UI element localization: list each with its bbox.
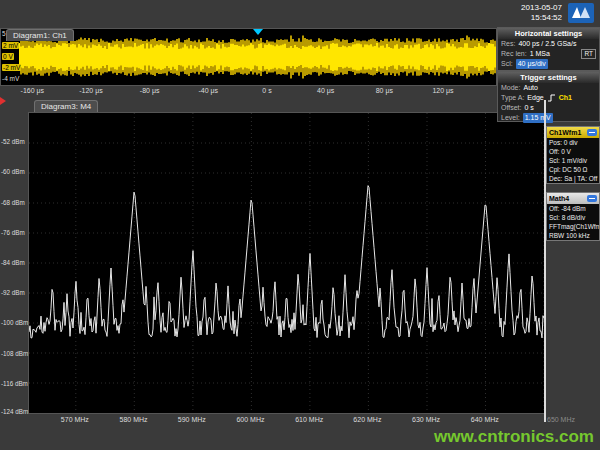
diagram3-ytick: -76 dBm [1, 229, 25, 236]
diagram3-xtick: 640 MHz [471, 416, 499, 423]
tab-diagram1[interactable]: Diagram1: Ch1 [6, 29, 74, 41]
ch1wfm1-row: Pos: 0 div [547, 138, 599, 147]
diagram3-ytick: -84 dBm [1, 259, 25, 266]
trigger-source-value: Ch1 [559, 93, 572, 103]
diagram3-xtick: 580 MHz [120, 416, 148, 423]
diagram1-xtick: -40 μs [199, 87, 219, 94]
diagram1-xtick: 120 μs [432, 87, 453, 94]
diagram1-xtick: -120 μs [79, 87, 103, 94]
diagram3-ytick: -124 dBm [1, 408, 28, 415]
tab-diagram3[interactable]: Diagram3: M4 [34, 100, 98, 112]
system-datetime: 2013-05-07 15:54:52 [486, 3, 562, 23]
diagram1-x-axis: -160 μs -120 μs -80 μs -40 μs 0 s 40 μs … [18, 87, 495, 97]
trigger-mode-value: Auto [523, 83, 537, 93]
watermark-text: www.cntronics.com [434, 427, 594, 447]
trigger-level-label: Level: [501, 113, 520, 123]
ch1wfm1-badge-header[interactable]: Ch1Wfm1 [547, 127, 599, 138]
trigger-type-value: Edge [527, 93, 543, 103]
reclen-value: 1 MSa [530, 49, 550, 59]
diagram3-xtick: 600 MHz [236, 416, 264, 423]
oscilloscope-screen: 5 mV 2 mV 0 V -2 mV -4 mV Diagram1: Ch1 … [0, 0, 600, 450]
ch1wfm1-row: Scl: 1 mV/div [547, 156, 599, 165]
system-time: 15:54:52 [486, 13, 562, 23]
diagram3-xtick: 620 MHz [353, 416, 381, 423]
diagram3-ytick: -60 dBm [1, 168, 25, 175]
minimize-icon[interactable] [587, 195, 597, 202]
ch1wfm1-row: Cpl: DC 50 Ω [547, 165, 599, 174]
diagram3-ytick: -68 dBm [1, 199, 25, 206]
math4-row: RBW 100 kHz [547, 231, 599, 240]
spectrum-trace-svg [29, 113, 544, 413]
diagram3-y-axis: -52 dBm -60 dBm -68 dBm -76 dBm -84 dBm … [1, 112, 27, 414]
res-label: Res: [501, 39, 515, 49]
edge-trigger-icon [547, 94, 556, 102]
rohde-schwarz-logo-icon [568, 3, 594, 23]
diagram1-ylabel-channel: 2 mV [2, 42, 19, 49]
trigger-offset-value: 0 s [525, 103, 534, 113]
math4-signal-badge[interactable]: Math4 Off: -84 dBm Scl: 8 dB/div FFTmag(… [546, 192, 600, 241]
diagram1-plot-area[interactable]: 5 mV 2 mV 0 V -2 mV -4 mV [0, 28, 497, 86]
math4-badge-header[interactable]: Math4 [547, 193, 599, 204]
system-date: 2013-05-07 [486, 3, 562, 13]
minimize-icon[interactable] [587, 129, 597, 136]
hscale-value[interactable]: 40 μs/div [516, 59, 548, 69]
diagram3-ytick: -108 dBm [1, 350, 28, 357]
math4-row: FFTmag(Ch1Wfm1) [547, 222, 599, 231]
trigger-settings-panel: Trigger settings Mode: Auto Type A: Edge… [497, 71, 600, 122]
diagram3-ytick: -52 dBm [1, 138, 25, 145]
diagram3-xtick: 610 MHz [295, 416, 323, 423]
trigger-mode-label: Mode: [501, 83, 520, 93]
trigger-level-value[interactable]: 1.15 mV [523, 113, 553, 123]
ch1wfm1-signal-badge[interactable]: Ch1Wfm1 Pos: 0 div Off: 0 V Scl: 1 mV/di… [546, 126, 600, 184]
diagram1-ylabel-channel: 0 V [2, 53, 14, 60]
horizontal-settings-header[interactable]: Horizontal settings [498, 28, 599, 39]
realtime-badge: RT [581, 49, 596, 59]
diagram3-ytick: -100 dBm [1, 319, 28, 326]
ch1wfm1-row: Dec: Sa | TA: Off [547, 174, 599, 183]
ch1wfm1-row: Off: 0 V [547, 147, 599, 156]
diagram3-plot-area[interactable] [28, 112, 545, 414]
trigger-offset-label: Offset: [501, 103, 522, 113]
trigger-level-marker-icon[interactable] [0, 97, 6, 105]
reclen-label: Rec len: [501, 49, 527, 59]
hscale-label: Scl: [501, 59, 513, 69]
math4-row: Off: -84 dBm [547, 204, 599, 213]
diagram1-xtick: -160 μs [21, 87, 45, 94]
diagram1-ylabel-channel: -2 mV [2, 64, 21, 71]
diagram3-xtick: 590 MHz [178, 416, 206, 423]
diagram1-xtick: 40 μs [317, 87, 334, 94]
diagram3-xtick: 650 MHz [547, 416, 575, 423]
math4-badge-title: Math4 [549, 193, 587, 204]
diagram3-xtick: 570 MHz [61, 416, 89, 423]
trigger-position-marker-icon[interactable] [253, 29, 263, 35]
math4-row: Scl: 8 dB/div [547, 213, 599, 222]
res-value: 400 ps / 2.5 GSa/s [518, 39, 576, 49]
channel1-waveform-svg [19, 29, 496, 85]
diagram3-x-axis: 570 MHz 580 MHz 590 MHz 600 MHz 610 MHz … [28, 416, 543, 426]
diagram3-ytick: -116 dBm [1, 380, 28, 387]
ch1wfm1-badge-title: Ch1Wfm1 [549, 127, 587, 138]
trigger-type-label: Type A: [501, 93, 524, 103]
diagram1-xtick: 0 s [262, 87, 271, 94]
diagram1-xtick: 80 μs [376, 87, 393, 94]
diagram1-ylabel: -4 mV [2, 75, 19, 82]
trigger-settings-header[interactable]: Trigger settings [498, 72, 599, 83]
diagram1-xtick: -80 μs [140, 87, 160, 94]
diagram3-xtick: 630 MHz [412, 416, 440, 423]
horizontal-settings-panel: Horizontal settings Res: 400 ps / 2.5 GS… [497, 27, 600, 71]
diagram3-ytick: -92 dBm [1, 289, 25, 296]
